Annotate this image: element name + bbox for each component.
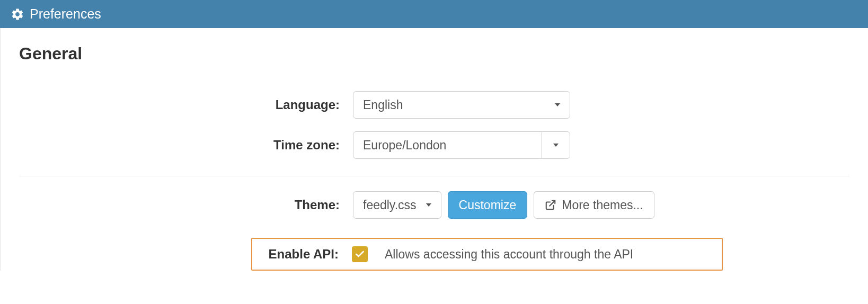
label-enable-api: Enable API:: [252, 247, 352, 262]
label-theme: Theme:: [19, 198, 353, 212]
caret-down-icon: [555, 103, 560, 106]
customize-label: Customize: [459, 198, 517, 212]
row-language: Language: English: [19, 85, 849, 125]
timezone-select[interactable]: Europe/London: [353, 131, 570, 159]
theme-value: feedly.css: [363, 198, 417, 212]
language-value: English: [363, 98, 403, 112]
section-title-general: General: [19, 44, 849, 64]
external-link-icon: [545, 199, 556, 211]
check-icon: [355, 249, 365, 260]
caret-down-icon: [426, 203, 431, 207]
preferences-header: Preferences: [0, 0, 868, 28]
theme-select[interactable]: feedly.css: [353, 191, 441, 219]
more-themes-label: More themes...: [562, 198, 643, 212]
preferences-content: General Language: English Time zone: Eur…: [0, 28, 868, 271]
svg-line-0: [550, 201, 555, 206]
timezone-value: Europe/London: [363, 138, 446, 153]
timezone-dropdown-toggle[interactable]: [542, 132, 570, 158]
label-language: Language:: [19, 97, 353, 112]
row-enable-api: Enable API: Allows accessing this accoun…: [251, 238, 723, 271]
customize-button[interactable]: Customize: [448, 191, 528, 219]
enable-api-checkbox[interactable]: [352, 246, 368, 262]
row-theme: Theme: feedly.css Customize More themes.…: [19, 176, 849, 225]
row-timezone: Time zone: Europe/London: [19, 125, 849, 165]
caret-down-icon: [553, 144, 559, 147]
language-select[interactable]: English: [353, 91, 570, 119]
header-title: Preferences: [30, 6, 101, 22]
enable-api-description: Allows accessing this account through th…: [385, 247, 633, 262]
gear-icon: [11, 7, 24, 21]
more-themes-button[interactable]: More themes...: [534, 191, 654, 219]
label-timezone: Time zone:: [19, 138, 353, 153]
